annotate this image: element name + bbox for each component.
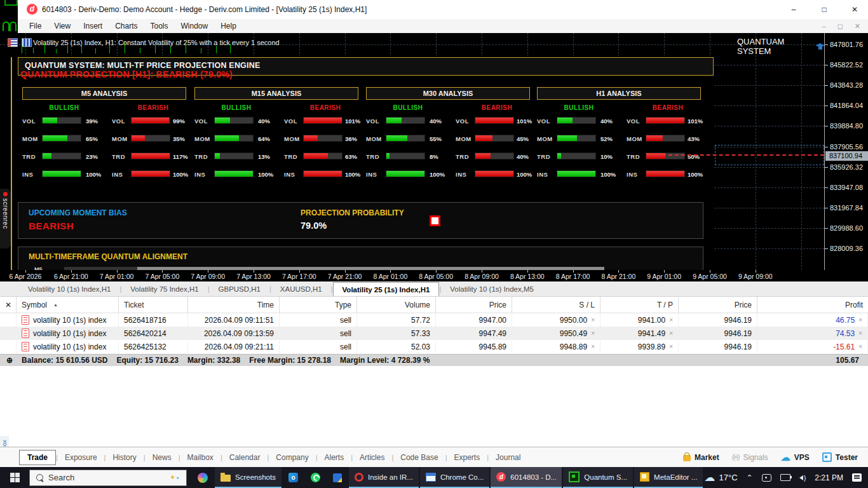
taskbar-copilot-button[interactable] bbox=[192, 467, 214, 488]
chart-tab-5[interactable]: Volatility 25 (1s) Index,H1 bbox=[333, 282, 440, 296]
chart-area[interactable]: Volatility 25 (1s) Index, H1: Constant V… bbox=[0, 33, 868, 270]
toolbox-tab-trade[interactable]: Trade bbox=[19, 450, 56, 465]
taskbar-deriv-button[interactable]: d6014803 - D... bbox=[491, 467, 562, 488]
column-header-profit[interactable]: Profit bbox=[757, 297, 868, 313]
notification-center-icon[interactable] bbox=[852, 473, 862, 482]
taskbar-screenshots-button[interactable]: Screenshots bbox=[215, 467, 281, 488]
position-row[interactable]: volatility 10 (1s) index56264202142026.0… bbox=[0, 327, 868, 340]
close-position-icon[interactable]: × bbox=[858, 316, 862, 323]
remove-tp-icon[interactable]: × bbox=[669, 330, 673, 337]
close-position-icon[interactable]: × bbox=[858, 343, 862, 350]
start-button[interactable] bbox=[0, 467, 29, 488]
remove-sl-icon[interactable]: × bbox=[591, 343, 595, 350]
toolbox-tab-company[interactable]: Company bbox=[269, 447, 315, 467]
price-label: 839884.80 bbox=[830, 122, 863, 130]
mdi-restore-button[interactable]: ◻ bbox=[837, 22, 843, 30]
column-header-volume[interactable]: Volume bbox=[357, 297, 436, 313]
position-row[interactable]: volatility 10 (1s) index56264187162026.0… bbox=[0, 313, 868, 327]
vps-button[interactable]: ☁ VPS bbox=[781, 453, 810, 462]
column-header-time[interactable]: Time bbox=[188, 297, 280, 313]
chart-tab-1[interactable]: Volatility 10 (1s) Index,H1 bbox=[19, 281, 119, 296]
column-header-ticket[interactable]: Ticket bbox=[119, 297, 188, 313]
taskbar-quantum-button[interactable]: Quantum S... bbox=[563, 467, 633, 488]
close-panel-icon[interactable]: ✕ bbox=[5, 301, 11, 309]
toolbox-tab-codebase[interactable]: Code Base bbox=[393, 447, 445, 467]
menu-tools[interactable]: Tools bbox=[144, 22, 175, 30]
bar-fill bbox=[646, 118, 684, 123]
toolbox-tab-news[interactable]: News bbox=[146, 447, 179, 467]
toolbox-tab-exposure[interactable]: Exposure bbox=[58, 447, 104, 467]
column-header-type[interactable]: Type bbox=[280, 297, 357, 313]
close-button[interactable]: ✕ bbox=[850, 5, 859, 14]
open-price-cell: 9947.00 bbox=[436, 313, 512, 327]
battery-tray-icon[interactable] bbox=[780, 474, 790, 481]
taskbar-whatsapp-button[interactable] bbox=[305, 467, 326, 488]
column-header-price[interactable]: Price bbox=[436, 297, 512, 313]
price-tick bbox=[825, 167, 828, 168]
position-doc-icon bbox=[22, 342, 29, 351]
signals-button[interactable]: ((•)) Signals bbox=[732, 453, 768, 462]
toolbox-tab-mailbox[interactable]: Mailbox bbox=[180, 447, 220, 467]
mdi-close-button[interactable]: ✕ bbox=[855, 22, 860, 30]
taskbar-metaeditor-button[interactable]: MetaEditor ... bbox=[634, 467, 703, 488]
screen-record-tray-icon[interactable] bbox=[762, 474, 771, 482]
toolbox-tab-history[interactable]: History bbox=[105, 447, 143, 467]
mdi-minimize-button[interactable]: – bbox=[822, 22, 826, 30]
metric-row: TRD8%TRD40% bbox=[366, 152, 532, 161]
chart-tab-4[interactable]: XAUUSD,H1 bbox=[271, 281, 331, 296]
toolbox-tab-calendar[interactable]: Calendar bbox=[222, 447, 268, 467]
volume-tray-icon[interactable]: ) bbox=[799, 474, 806, 482]
quantum-icon bbox=[569, 471, 580, 482]
close-position-icon[interactable]: × bbox=[858, 330, 862, 337]
column-header-sl[interactable]: S / L bbox=[512, 297, 600, 313]
chart-tab-2[interactable]: Volatility 75 Index,H1 bbox=[121, 281, 207, 296]
menu-window[interactable]: Window bbox=[175, 22, 215, 30]
column-header-price[interactable]: Price bbox=[679, 297, 757, 313]
hidden-icons-chevron[interactable]: ⌃ bbox=[747, 473, 753, 482]
time-axis[interactable]: 6 Apr 20266 Apr 21:007 Apr 01:007 Apr 05… bbox=[0, 270, 868, 281]
column-header-tp[interactable]: T / P bbox=[600, 297, 679, 313]
position-row[interactable]: volatility 10 (1s) index56264251322026.0… bbox=[0, 340, 868, 353]
chart-tab-6[interactable]: Volatility 10 (1s) Index,M5 bbox=[441, 281, 543, 296]
overlay-left-border bbox=[11, 57, 12, 270]
minimize-button[interactable]: – bbox=[789, 5, 798, 14]
taskbar-outlook-button[interactable]: o bbox=[283, 467, 304, 488]
chart-tab-3[interactable]: GBPUSD,H1 bbox=[210, 281, 269, 296]
tester-button[interactable]: Tester bbox=[822, 452, 858, 462]
taskbar-chrome-button[interactable]: Chrome Co... bbox=[420, 467, 489, 488]
remove-tp-icon[interactable]: × bbox=[669, 316, 673, 323]
menu-file[interactable]: File bbox=[23, 22, 48, 30]
market-button[interactable]: Market bbox=[683, 453, 719, 462]
weather-widget[interactable]: ☁ 17°C bbox=[705, 473, 738, 482]
toolbox-tab-articles[interactable]: Articles bbox=[353, 447, 391, 467]
metric-row: VOL40%VOL101% bbox=[366, 116, 532, 125]
taskbar-opera-button[interactable]: Inside an IR... bbox=[349, 467, 419, 488]
balance-expand-icon[interactable]: ⊕ bbox=[6, 356, 13, 365]
metric-label: MOM bbox=[284, 135, 300, 142]
remove-tp-icon[interactable]: × bbox=[669, 343, 673, 350]
taskbar-search-input[interactable]: Search ✦✦ bbox=[29, 470, 187, 486]
candle-wick bbox=[56, 49, 57, 53]
bullish-percent: 13% bbox=[258, 153, 270, 160]
chart-plot[interactable]: Volatility 25 (1s) Index, H1: Constant V… bbox=[0, 33, 824, 271]
taskbar-notes-button[interactable] bbox=[327, 467, 348, 488]
toolbox-tab-experts[interactable]: Experts bbox=[447, 447, 487, 467]
metric-row: VOL39%VOL99% bbox=[22, 116, 189, 125]
candle-wick bbox=[95, 48, 96, 53]
maximize-button[interactable]: □ bbox=[820, 5, 829, 14]
toolbox-tab-alerts[interactable]: Alerts bbox=[318, 447, 351, 467]
account-metric: Equity: 15 716.23 bbox=[116, 356, 178, 365]
toolbox-tab-journal[interactable]: Journal bbox=[489, 447, 527, 467]
remove-sl-icon[interactable]: × bbox=[591, 330, 595, 337]
object-handle-icon[interactable] bbox=[430, 215, 440, 226]
remove-sl-icon[interactable]: × bbox=[591, 316, 595, 323]
menu-insert[interactable]: Insert bbox=[77, 22, 109, 30]
price-axis[interactable]: 837100.94 847801.76845822.52843843.28841… bbox=[824, 33, 868, 270]
taskbar-clock[interactable]: 2:21 PM bbox=[815, 473, 843, 482]
menu-view[interactable]: View bbox=[48, 22, 77, 30]
current-price-cell: 9946.19 bbox=[679, 340, 757, 353]
menu-help[interactable]: Help bbox=[214, 22, 243, 30]
metric-label: INS bbox=[366, 171, 377, 178]
column-header-symbol[interactable]: Symbol▲ bbox=[17, 297, 119, 313]
menu-charts[interactable]: Charts bbox=[109, 22, 144, 30]
